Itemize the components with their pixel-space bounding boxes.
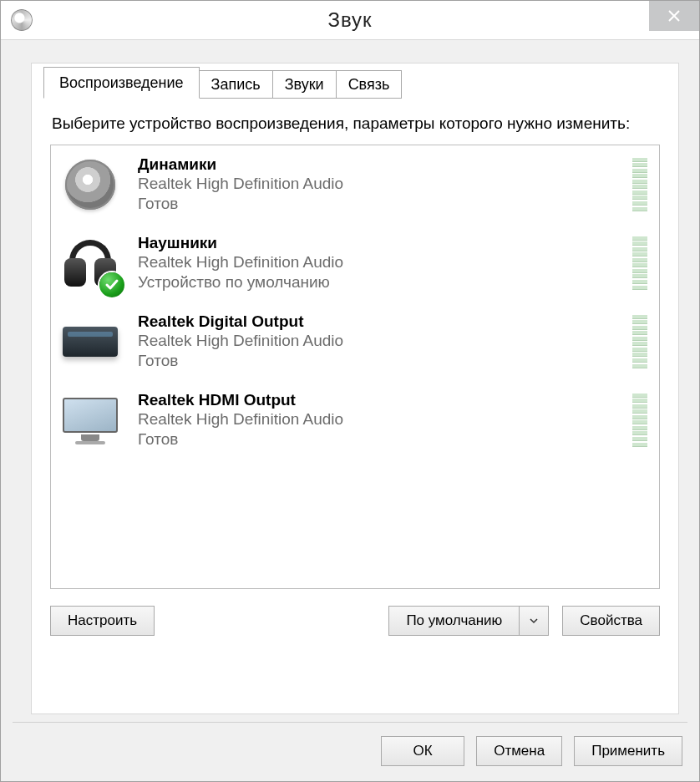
device-text: Наушники Realtek High Definition Audio У… [138,234,624,292]
properties-button[interactable]: Свойства [562,606,660,636]
chevron-down-icon [529,616,539,626]
instruction-text: Выберите устройство воспроизведения, пар… [32,98,678,145]
hdmi-monitor-icon [59,389,121,451]
tab-recording[interactable]: Запись [199,70,273,99]
close-icon [668,10,680,22]
device-buttons-row: Настроить По умолчанию Свойства [32,589,678,636]
set-default-button[interactable]: По умолчанию [388,606,519,636]
device-status: Готов [138,429,624,449]
device-name: Динамики [138,155,624,174]
tab-label: Связь [348,76,390,93]
tabstrip: Воспроизведение Запись Звуки Связь [32,63,678,98]
titlebar: Звук [1,1,699,40]
level-meter-icon [632,394,647,447]
ok-button[interactable]: ОК [381,736,464,766]
device-desc: Realtek High Definition Audio [138,409,624,429]
device-text: Realtek HDMI Output Realtek High Definit… [138,391,624,449]
digital-out-icon [59,311,121,373]
button-label: ОК [413,743,433,759]
device-desc: Realtek High Definition Audio [138,174,624,194]
divider [13,722,687,723]
close-button[interactable] [649,1,699,31]
tab-sounds[interactable]: Звуки [272,70,337,99]
sound-dialog: Звук Воспроизведение Запись Звуки Связь … [0,0,700,782]
device-desc: Realtek High Definition Audio [138,331,624,351]
device-desc: Realtek High Definition Audio [138,252,624,272]
device-name: Realtek HDMI Output [138,391,624,409]
button-label: Применить [591,743,665,759]
dialog-buttons: ОК Отмена Применить [381,736,682,766]
device-name: Наушники [138,234,624,252]
apply-button[interactable]: Применить [574,736,682,766]
device-text: Realtek Digital Output Realtek High Defi… [138,312,624,371]
headphones-icon [59,232,121,294]
tab-label: Воспроизведение [59,74,184,91]
set-default-dropdown[interactable] [519,606,549,636]
device-text: Динамики Realtek High Definition Audio Г… [138,155,624,214]
cancel-button[interactable]: Отмена [476,736,562,766]
device-item-hdmi[interactable]: Realtek HDMI Output Realtek High Definit… [51,381,659,460]
device-status: Устройство по умолчанию [138,272,624,292]
tab-comm[interactable]: Связь [336,70,403,99]
tab-label: Звуки [285,76,324,93]
button-label: Свойства [580,612,642,628]
sound-cpl-icon [11,9,33,31]
tab-panel: Воспроизведение Запись Звуки Связь Выбер… [31,63,679,714]
device-status: Готов [138,194,624,214]
speaker-icon [59,154,121,216]
device-item-digital[interactable]: Realtek Digital Output Realtek High Defi… [51,302,659,381]
tab-label: Запись [211,76,261,93]
button-label: Настроить [68,612,137,628]
device-name: Realtek Digital Output [138,312,624,331]
tab-playback[interactable]: Воспроизведение [43,67,200,99]
device-list[interactable]: Динамики Realtek High Definition Audio Г… [50,145,660,589]
device-status: Готов [138,351,624,371]
device-item-speakers[interactable]: Динамики Realtek High Definition Audio Г… [51,145,659,224]
level-meter-icon [632,315,647,368]
button-label: Отмена [494,743,545,759]
button-label: По умолчанию [406,612,502,628]
device-item-headphones[interactable]: Наушники Realtek High Definition Audio У… [51,224,659,302]
set-default-split-button[interactable]: По умолчанию [388,606,549,636]
window-title: Звук [1,8,699,32]
default-check-icon [99,272,124,297]
level-meter-icon [632,158,647,211]
configure-button[interactable]: Настроить [50,606,155,636]
level-meter-icon [632,236,647,290]
